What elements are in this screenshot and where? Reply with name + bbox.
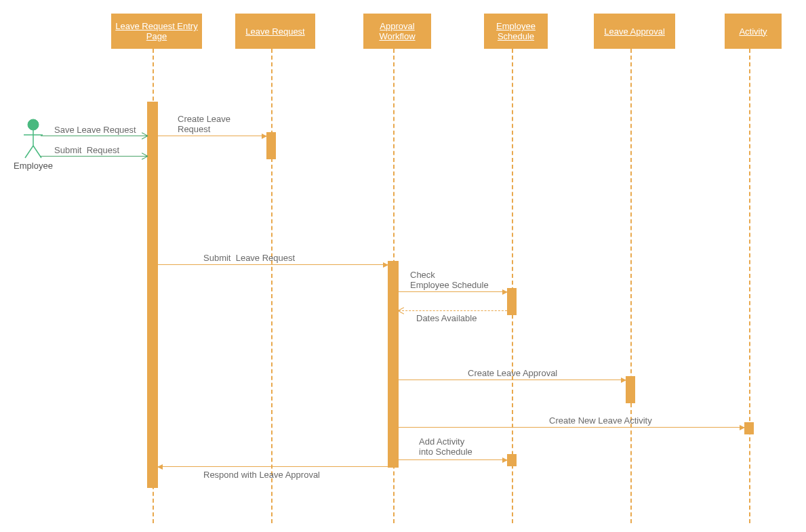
lifeline-schedule — [512, 49, 513, 523]
lifeline-head-request: Leave Request — [235, 14, 315, 49]
msg-save-leave-request — [41, 136, 147, 136]
lifeline-head-approval: Leave Approval — [594, 14, 675, 49]
lifeline-head-workflow: Approval Workflow — [363, 14, 431, 49]
svg-point-0 — [28, 119, 39, 130]
msg-create-leave-request-label: Create Leave Request — [178, 114, 230, 134]
activation-schedule-1 — [507, 288, 517, 315]
msg-create-new-activity-label: Create New Leave Activity — [549, 415, 652, 426]
msg-dates-available — [399, 310, 507, 311]
msg-check-emp-schedule-label: Check Employee Schedule — [410, 270, 489, 290]
activation-entry — [147, 102, 158, 488]
msg-create-leave-request — [158, 136, 266, 136]
lifeline-head-schedule: Employee Schedule — [484, 14, 548, 49]
msg-check-emp-schedule — [399, 291, 507, 292]
msg-create-leave-approval — [399, 380, 626, 380]
msg-submit-leave-request — [158, 264, 388, 265]
msg-add-activity-label: Add Activity into Schedule — [419, 436, 472, 457]
actor-employee: Employee — [9, 119, 57, 171]
msg-dates-available-label: Dates Available — [416, 313, 477, 323]
msg-respond-approval-label: Respond with Leave Approval — [203, 470, 320, 480]
activation-schedule-2 — [507, 454, 517, 466]
lifeline-head-entry: Leave Request Entry Page — [111, 14, 202, 49]
msg-submit-leave-request-label: Submit Leave Request — [203, 253, 295, 263]
msg-create-leave-approval-label: Create Leave Approval — [468, 368, 557, 378]
lifeline-activity — [749, 49, 750, 523]
lifeline-head-activity: Activity — [725, 14, 782, 49]
svg-line-3 — [25, 146, 33, 158]
actor-icon — [21, 119, 45, 159]
msg-submit-request — [41, 156, 147, 157]
activation-workflow — [388, 261, 399, 468]
msg-submit-request-label: Submit Request — [54, 145, 119, 155]
lifeline-request — [271, 49, 273, 523]
actor-label: Employee — [9, 161, 57, 171]
activation-request — [266, 132, 276, 159]
msg-save-leave-request-label: Save Leave Request — [54, 125, 136, 135]
msg-respond-approval — [158, 466, 388, 467]
activation-activity — [744, 422, 754, 434]
msg-create-new-activity — [399, 427, 744, 428]
activation-approval — [626, 376, 635, 403]
msg-add-activity — [399, 459, 507, 460]
lifeline-approval — [630, 49, 632, 523]
